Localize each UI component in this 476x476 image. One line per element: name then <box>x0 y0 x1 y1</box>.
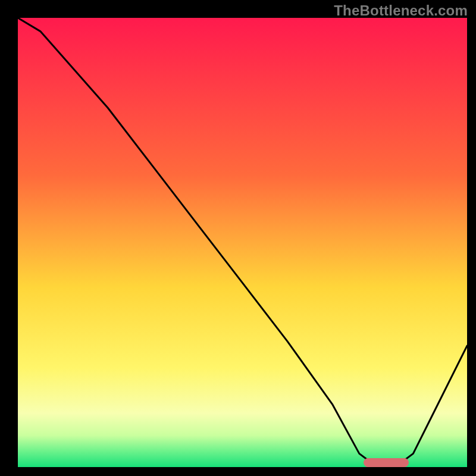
chart-frame: TheBottleneck.com <box>0 0 476 476</box>
bottleneck-curve <box>18 18 467 467</box>
optimal-range-marker <box>364 458 409 467</box>
plot-area <box>18 18 467 467</box>
watermark-text: TheBottleneck.com <box>334 2 468 19</box>
curve-layer <box>18 18 467 467</box>
